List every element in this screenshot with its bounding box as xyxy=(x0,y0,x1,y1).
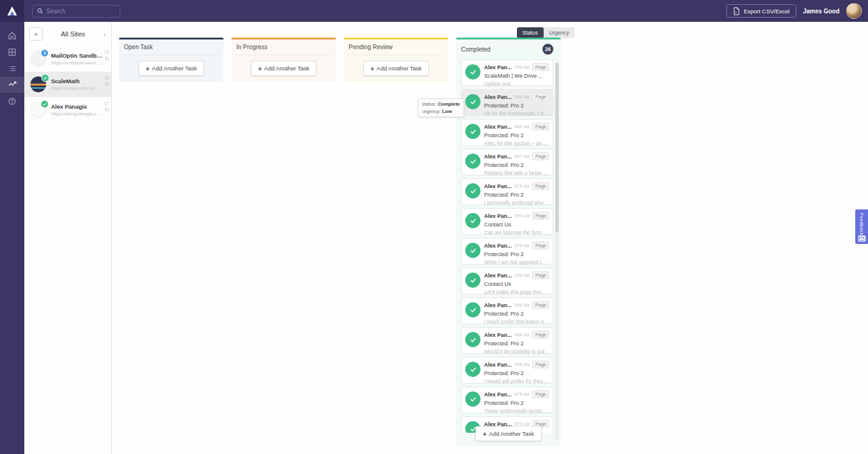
card-date: 868 days ago a... xyxy=(514,94,530,100)
search-icon xyxy=(37,8,43,14)
task-card[interactable]: Alex Pan... 356 days ago a... Page Prote… xyxy=(461,297,553,324)
app-logo[interactable] xyxy=(0,0,24,22)
view-toggle: Status Urgency xyxy=(517,27,575,38)
search-input[interactable] xyxy=(46,8,115,15)
task-card[interactable]: Alex Pan... 299 days ago a... Page Conta… xyxy=(461,268,553,294)
task-card[interactable]: Alex Pan... 979 days ago a... Page Prote… xyxy=(461,178,553,205)
card-title: ScaleMath | We Drive ... xyxy=(484,73,549,79)
card-author: Alex Pan... xyxy=(484,243,512,249)
card-date: 879 days ago a... xyxy=(514,391,530,397)
card-type-badge: Page xyxy=(532,242,549,249)
site-list: 3 MailOptin Sandbox https://mailoptinsan… xyxy=(24,46,111,123)
nav-activity[interactable] xyxy=(0,76,24,93)
external-link-icon[interactable] xyxy=(104,75,109,80)
site-list-item[interactable]: Alex Panagis https://alexjpanagis.com?..… xyxy=(24,97,111,123)
card-excerpt: I personally preferred when ... xyxy=(484,200,549,206)
column-in-progress: In Progress + Add Another Task xyxy=(231,38,336,82)
task-card[interactable]: Alex Pan... 867 days ago a... Page Prote… xyxy=(461,149,553,175)
card-title: Contact Us xyxy=(484,222,549,228)
columns-row: Open Task + Add Another Task In Progress… xyxy=(119,38,561,446)
logo-a-icon xyxy=(6,5,18,17)
card-type-badge: Page xyxy=(532,271,549,279)
card-type-badge: Page xyxy=(532,123,549,130)
external-link-icon[interactable] xyxy=(104,101,109,106)
card-excerpt: As for the testimonials, I bel... xyxy=(484,110,549,117)
card-excerpt: I would still prefer for these ... xyxy=(484,378,549,384)
column-scrollbar xyxy=(555,63,559,440)
toggle-status[interactable]: Status xyxy=(517,27,544,38)
card-date: 979 days ago a... xyxy=(514,183,530,189)
task-card[interactable]: Alex Pan... 456 days ago a... Page Prote… xyxy=(461,327,553,354)
card-title: Protected: Pro 2 xyxy=(484,400,549,406)
card-author: Alex Pan... xyxy=(484,64,512,70)
card-excerpt: Let's make this page more li... xyxy=(484,289,549,295)
task-card[interactable]: Alex Pan... 379 days ago a... Page Prote… xyxy=(461,238,553,265)
card-excerpt: These testimonials sections... xyxy=(484,408,549,414)
completed-check-icon xyxy=(465,332,480,347)
task-card[interactable]: Alex Pan... 879 days ago a... Page Prote… xyxy=(461,387,553,413)
nav-apps[interactable] xyxy=(0,44,24,60)
site-url: https://scalemath.com?wp... xyxy=(51,86,103,91)
add-task-button-in-progress[interactable]: + Add Another Task xyxy=(251,61,317,76)
task-card[interactable]: Alex Pan... 498 days ago a... Page Prote… xyxy=(461,357,553,384)
tooltip-status-label: status: xyxy=(422,101,437,107)
card-author: Alex Pan... xyxy=(484,362,512,368)
scrollbar-thumb[interactable] xyxy=(555,63,559,232)
icon-rail xyxy=(0,22,24,454)
card-title: Protected: Pro 2 xyxy=(484,192,549,198)
card-author: Alex Pan... xyxy=(484,124,512,130)
card-author: Alex Pan... xyxy=(484,213,512,219)
site-status-badge xyxy=(41,74,49,82)
add-task-button-open[interactable]: + Add Another Task xyxy=(138,61,205,76)
card-date: 299 days ago a... xyxy=(514,213,530,219)
export-csv-button[interactable]: x Export CSV/Excel xyxy=(726,4,796,18)
search-box xyxy=(32,5,120,18)
site-list-item[interactable]: 3 MailOptin Sandbox https://mailoptinsan… xyxy=(24,46,111,72)
activity-chart-icon xyxy=(8,80,17,89)
completed-check-icon xyxy=(465,243,480,258)
external-link-icon[interactable] xyxy=(104,50,109,55)
site-name: ScaleMath xyxy=(51,78,103,84)
task-card[interactable]: Alex Pan... 869 days ago a... Page Prote… xyxy=(461,119,553,146)
task-card[interactable]: Alex Pan... 299 days ago a... Page Conta… xyxy=(461,208,553,235)
card-hover-tooltip: status: Complete urgency: Low xyxy=(418,98,464,117)
avatar[interactable] xyxy=(846,3,862,19)
card-author: Alex Pan... xyxy=(484,332,512,338)
toggle-urgency[interactable]: Urgency xyxy=(544,27,575,38)
column-divider xyxy=(347,55,445,55)
column-pending-review: Pending Review + Add Another Task xyxy=(344,38,448,82)
column-title: Pending Review xyxy=(349,44,392,50)
collapse-sidebar-icon[interactable]: ‹ xyxy=(103,30,106,38)
nav-help[interactable] xyxy=(0,93,24,109)
card-title: Protected: Pro 2 xyxy=(484,340,549,347)
list-icon xyxy=(8,64,16,73)
card-type-badge: Page xyxy=(532,152,549,160)
copy-icon[interactable] xyxy=(104,82,109,87)
completed-check-icon xyxy=(465,213,480,228)
card-excerpt: Can we improve the form st... xyxy=(484,229,549,235)
task-card[interactable]: Alex Pan... 868 days ago a... Page Prote… xyxy=(461,89,553,116)
card-excerpt: Replace this with a better m... xyxy=(484,170,549,176)
copy-icon[interactable] xyxy=(104,107,109,112)
site-status-badge: 3 xyxy=(41,49,49,57)
add-task-button-pending[interactable]: + Add Another Task xyxy=(363,61,429,76)
feedback-tab[interactable]: Feedback xyxy=(855,209,868,244)
card-type-badge: Page xyxy=(532,182,549,190)
copy-icon[interactable] xyxy=(104,56,109,61)
card-title: Protected: Pro 2 xyxy=(484,311,549,317)
task-card[interactable]: Alex Pan... 746 days ago a... Page Scale… xyxy=(461,59,553,86)
nav-tasks[interactable] xyxy=(0,60,24,76)
card-type-badge: Page xyxy=(532,301,549,309)
tooltip-urgency-label: urgency: xyxy=(422,109,441,114)
card-type-badge: Page xyxy=(532,331,549,339)
add-site-button[interactable]: + xyxy=(29,27,43,41)
add-task-button-completed[interactable]: + Add Another Task xyxy=(476,426,542,441)
svg-text:x: x xyxy=(736,10,737,13)
site-list-item[interactable]: ScaleMath https://scalemath.com?wp... xyxy=(24,72,111,97)
completed-check-icon xyxy=(465,124,480,139)
top-bar: x Export CSV/Excel James Good xyxy=(0,0,868,22)
completed-check-icon xyxy=(465,64,480,80)
card-title: Protected: Pro 2 xyxy=(484,132,549,138)
site-favicon xyxy=(30,76,46,92)
nav-home[interactable] xyxy=(0,27,24,44)
